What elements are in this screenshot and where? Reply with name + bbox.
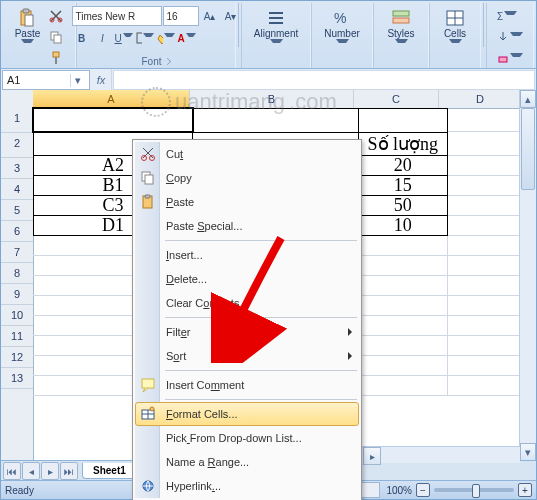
cell[interactable] [358,296,448,316]
cell[interactable] [358,256,448,276]
fill-button[interactable] [494,27,526,47]
scroll-right-button[interactable]: ▸ [363,447,381,465]
align-icon [266,8,286,28]
paste-button[interactable]: Paste [12,6,44,52]
paste-icon [17,8,37,28]
grow-font-button[interactable]: A▴ [200,6,220,26]
column-header-D[interactable]: D [439,90,522,108]
cell[interactable]: 10 [359,216,449,236]
row-header-13[interactable]: 13 [1,368,33,389]
row-header-8[interactable]: 8 [1,263,33,284]
cell[interactable]: 15 [359,176,449,196]
svg-rect-10 [393,11,409,16]
menu-item-format-cells[interactable]: Format Cells... [135,402,359,426]
row-header-1[interactable]: 1 [1,108,33,133]
cell[interactable] [358,316,448,336]
border-button[interactable] [135,28,155,48]
number-button[interactable]: %Number [321,6,363,52]
zoom-thumb[interactable] [472,484,480,498]
tab-last-button[interactable]: ⏭ [60,462,78,480]
menu-item-label: Format Cells... [166,408,238,420]
page-break-view-button[interactable] [360,482,380,498]
scroll-up-button[interactable]: ▴ [520,90,536,108]
italic-button[interactable]: I [93,28,113,48]
formula-input[interactable] [113,70,535,90]
menu-item-delete[interactable]: Delete... [135,267,359,291]
cell[interactable]: 20 [359,156,449,176]
menu-item-filter[interactable]: Filter [135,320,359,344]
row-header-3[interactable]: 3 [1,158,33,179]
menu-item-insert-comment[interactable]: Insert Comment [135,373,359,397]
menu-item-paste[interactable]: Paste [135,190,359,214]
svg-rect-2 [25,15,33,26]
row-header-10[interactable]: 10 [1,305,33,326]
row-header-7[interactable]: 7 [1,242,33,263]
menu-item-clear-contents[interactable]: Clear Contents [135,291,359,315]
cell[interactable] [33,108,193,132]
column-header-B[interactable]: B [190,90,354,108]
tab-next-button[interactable]: ▸ [41,462,59,480]
row-header-11[interactable]: 11 [1,326,33,347]
menu-item-insert[interactable]: Insert... [135,243,359,267]
menu-item-paste-special[interactable]: Paste Special... [135,214,359,238]
svg-rect-19 [145,195,150,198]
tab-prev-button[interactable]: ◂ [22,462,40,480]
scroll-thumb[interactable] [521,108,535,190]
clear-button[interactable] [494,48,526,68]
menu-item-hyperlink[interactable]: Hyperlink... [135,474,359,498]
cell[interactable] [359,108,449,132]
cell[interactable] [193,108,359,132]
row-header-12[interactable]: 12 [1,347,33,368]
font-name-combo[interactable]: Times New R [72,6,162,26]
styles-button[interactable]: Styles [384,6,417,52]
fill-color-button[interactable] [156,28,176,48]
fx-button[interactable]: fx [91,69,112,91]
row-header-9[interactable]: 9 [1,284,33,305]
zoom-out-button[interactable]: − [416,483,430,497]
menu-item-label: Copy [166,172,192,184]
shrink-font-button[interactable]: A▾ [221,6,241,26]
svg-rect-1 [23,9,29,13]
alignment-button[interactable]: Alignment [251,6,301,52]
paste-label: Paste [15,28,41,39]
font-color-button[interactable]: A [177,28,197,48]
cell[interactable]: 50 [359,196,449,216]
column-header-A[interactable]: A [33,90,190,108]
row-header-4[interactable]: 4 [1,179,33,200]
font-size-combo[interactable]: 16 [163,6,199,26]
cell[interactable] [358,276,448,296]
dialog-launcher-icon[interactable] [164,58,171,65]
row-header-6[interactable]: 6 [1,221,33,242]
autosum-button[interactable]: Σ [494,6,520,26]
underline-button[interactable]: U [114,28,134,48]
cell[interactable] [358,336,448,356]
row-header-5[interactable]: 5 [1,200,33,221]
scroll-down-button[interactable]: ▾ [520,443,536,461]
menu-item-sort[interactable]: Sort [135,344,359,368]
zoom-control: 100% − + [386,483,532,497]
menu-item-copy[interactable]: Copy [135,166,359,190]
name-box[interactable]: A1▾ [2,70,90,90]
copy-button[interactable] [46,27,66,47]
bold-button[interactable]: B [72,28,92,48]
zoom-in-button[interactable]: + [518,483,532,497]
bucket-icon [157,32,164,44]
format-painter-button[interactable] [46,48,66,68]
menu-item-pick-from-drop-down-list[interactable]: Pick From Drop-down List... [135,426,359,450]
cell[interactable] [358,376,448,396]
cells-button[interactable]: Cells [441,6,469,52]
vertical-scrollbar[interactable]: ▴ ▾ [519,90,536,461]
sheet-tab-sheet1[interactable]: Sheet1 [82,463,137,479]
cell[interactable]: Số lượng [359,132,449,156]
chevron-down-icon[interactable]: ▾ [70,74,85,87]
column-header-C[interactable]: C [354,90,439,108]
zoom-slider[interactable] [434,488,514,492]
cell[interactable] [358,236,448,256]
select-all-corner[interactable] [1,90,34,109]
menu-item-cut[interactable]: Cut [135,142,359,166]
tab-first-button[interactable]: ⏮ [3,462,21,480]
menu-item-name-a-range[interactable]: Name a Range... [135,450,359,474]
cut-button[interactable] [46,6,66,26]
cell[interactable] [358,356,448,376]
row-header-2[interactable]: 2 [1,133,33,158]
